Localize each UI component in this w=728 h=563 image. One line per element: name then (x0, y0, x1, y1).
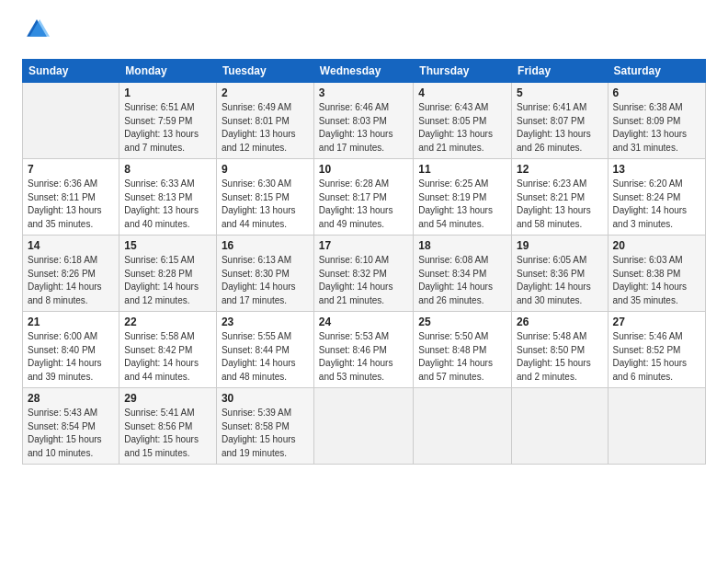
calendar-week-row: 14Sunrise: 6:18 AMSunset: 8:26 PMDayligh… (23, 236, 706, 312)
col-header-thursday: Thursday (414, 60, 512, 83)
calendar-cell: 18Sunrise: 6:08 AMSunset: 8:34 PMDayligh… (414, 236, 512, 312)
day-number: 14 (28, 239, 114, 252)
day-info: Sunrise: 6:25 AMSunset: 8:19 PMDaylight:… (418, 178, 506, 231)
calendar-cell: 17Sunrise: 6:10 AMSunset: 8:32 PMDayligh… (313, 236, 413, 312)
day-info: Sunrise: 6:00 AMSunset: 8:40 PMDaylight:… (28, 330, 114, 384)
day-info: Sunrise: 6:05 AMSunset: 8:36 PMDaylight:… (517, 254, 602, 307)
calendar-cell: 28Sunrise: 5:43 AMSunset: 8:54 PMDayligh… (23, 388, 119, 465)
day-number: 3 (319, 86, 408, 99)
sunset: Sunset: 8:54 PM (28, 421, 96, 431)
daylight: Daylight: 15 hours and 15 minutes. (124, 434, 199, 458)
calendar-cell: 21Sunrise: 6:00 AMSunset: 8:40 PMDayligh… (23, 312, 119, 388)
daylight: Daylight: 13 hours and 58 minutes. (517, 205, 591, 229)
calendar-cell: 29Sunrise: 5:41 AMSunset: 8:56 PMDayligh… (119, 388, 217, 465)
calendar-cell: 9Sunrise: 6:30 AMSunset: 8:15 PMDaylight… (216, 159, 313, 236)
sunrise: Sunrise: 6:28 AM (319, 178, 389, 189)
daylight: Daylight: 14 hours and 53 minutes. (319, 358, 393, 382)
calendar-cell: 6Sunrise: 6:38 AMSunset: 8:09 PMDaylight… (608, 83, 705, 159)
col-header-monday: Monday (119, 60, 217, 83)
day-number: 12 (517, 163, 602, 176)
calendar-cell: 4Sunrise: 6:43 AMSunset: 8:05 PMDaylight… (414, 83, 512, 159)
daylight: Daylight: 13 hours and 21 minutes. (418, 129, 493, 153)
col-header-wednesday: Wednesday (313, 60, 413, 83)
sunrise: Sunrise: 6:15 AM (124, 255, 194, 265)
day-info: Sunrise: 6:49 AMSunset: 8:01 PMDaylight:… (222, 101, 309, 155)
daylight: Daylight: 15 hours and 2 minutes. (517, 358, 591, 382)
col-header-sunday: Sunday (23, 60, 119, 83)
daylight: Daylight: 13 hours and 35 minutes. (28, 205, 102, 229)
daylight: Daylight: 14 hours and 3 minutes. (613, 205, 688, 229)
daylight: Daylight: 13 hours and 17 minutes. (319, 129, 393, 153)
day-number: 1 (124, 86, 211, 99)
daylight: Daylight: 14 hours and 8 minutes. (28, 282, 102, 305)
sunset: Sunset: 8:11 PM (28, 192, 96, 202)
daylight: Daylight: 14 hours and 12 minutes. (124, 282, 199, 305)
day-info: Sunrise: 6:46 AMSunset: 8:03 PMDaylight:… (319, 101, 408, 155)
calendar-cell (414, 388, 512, 465)
day-info: Sunrise: 5:48 AMSunset: 8:50 PMDaylight:… (517, 330, 602, 384)
day-info: Sunrise: 5:43 AMSunset: 8:54 PMDaylight:… (28, 407, 114, 460)
day-number: 26 (517, 316, 602, 328)
calendar-week-row: 1Sunrise: 6:51 AMSunset: 7:59 PMDaylight… (23, 83, 706, 159)
sunrise: Sunrise: 6:25 AM (418, 178, 488, 189)
day-number: 16 (222, 239, 309, 252)
calendar-header-row: SundayMondayTuesdayWednesdayThursdayFrid… (23, 60, 706, 83)
calendar: SundayMondayTuesdayWednesdayThursdayFrid… (22, 59, 706, 465)
sunrise: Sunrise: 5:50 AM (418, 331, 488, 341)
day-info: Sunrise: 6:36 AMSunset: 8:11 PMDaylight:… (28, 178, 114, 231)
daylight: Daylight: 14 hours and 48 minutes. (222, 358, 296, 382)
day-info: Sunrise: 6:28 AMSunset: 8:17 PMDaylight:… (319, 178, 408, 231)
day-info: Sunrise: 6:30 AMSunset: 8:15 PMDaylight:… (222, 178, 309, 231)
sunrise: Sunrise: 6:51 AM (124, 102, 194, 112)
daylight: Daylight: 14 hours and 26 minutes. (418, 282, 493, 305)
sunrise: Sunrise: 6:18 AM (28, 255, 97, 265)
daylight: Daylight: 13 hours and 12 minutes. (222, 129, 296, 153)
day-info: Sunrise: 6:10 AMSunset: 8:32 PMDaylight:… (319, 254, 408, 307)
calendar-cell (512, 388, 608, 465)
day-number: 13 (613, 163, 700, 176)
daylight: Daylight: 14 hours and 44 minutes. (124, 358, 199, 382)
sunset: Sunset: 8:40 PM (28, 345, 96, 355)
sunset: Sunset: 8:17 PM (319, 192, 387, 202)
daylight: Daylight: 14 hours and 35 minutes. (613, 282, 688, 305)
logo (22, 17, 50, 46)
day-info: Sunrise: 5:55 AMSunset: 8:44 PMDaylight:… (222, 330, 309, 384)
day-info: Sunrise: 6:51 AMSunset: 7:59 PMDaylight:… (124, 101, 211, 155)
daylight: Daylight: 14 hours and 39 minutes. (28, 358, 102, 382)
sunrise: Sunrise: 5:55 AM (222, 331, 291, 341)
daylight: Daylight: 14 hours and 17 minutes. (222, 282, 296, 305)
day-info: Sunrise: 5:53 AMSunset: 8:46 PMDaylight:… (319, 330, 408, 384)
sunset: Sunset: 8:15 PM (222, 192, 290, 202)
calendar-cell: 8Sunrise: 6:33 AMSunset: 8:13 PMDaylight… (119, 159, 217, 236)
calendar-cell: 10Sunrise: 6:28 AMSunset: 8:17 PMDayligh… (313, 159, 413, 236)
day-info: Sunrise: 6:15 AMSunset: 8:28 PMDaylight:… (124, 254, 211, 307)
sunset: Sunset: 7:59 PM (124, 116, 192, 126)
daylight: Daylight: 14 hours and 21 minutes. (319, 282, 393, 305)
day-number: 5 (517, 86, 602, 99)
sunset: Sunset: 8:09 PM (613, 116, 681, 126)
sunset: Sunset: 8:38 PM (613, 269, 681, 279)
day-number: 10 (319, 163, 408, 176)
col-header-friday: Friday (512, 60, 608, 83)
sunset: Sunset: 8:48 PM (418, 345, 486, 355)
day-info: Sunrise: 5:41 AMSunset: 8:56 PMDaylight:… (124, 407, 211, 460)
sunrise: Sunrise: 5:41 AM (124, 408, 194, 418)
sunset: Sunset: 8:42 PM (124, 345, 192, 355)
day-info: Sunrise: 6:43 AMSunset: 8:05 PMDaylight:… (418, 101, 506, 155)
daylight: Daylight: 14 hours and 57 minutes. (418, 358, 493, 382)
day-number: 28 (28, 392, 114, 405)
day-number: 30 (222, 392, 309, 405)
day-number: 2 (222, 86, 309, 99)
calendar-cell: 15Sunrise: 6:15 AMSunset: 8:28 PMDayligh… (119, 236, 217, 312)
calendar-cell: 14Sunrise: 6:18 AMSunset: 8:26 PMDayligh… (23, 236, 119, 312)
day-info: Sunrise: 6:20 AMSunset: 8:24 PMDaylight:… (613, 178, 700, 231)
sunset: Sunset: 8:36 PM (517, 269, 585, 279)
sunset: Sunset: 8:34 PM (418, 269, 486, 279)
calendar-cell: 16Sunrise: 6:13 AMSunset: 8:30 PMDayligh… (216, 236, 313, 312)
sunrise: Sunrise: 6:23 AM (517, 178, 586, 189)
col-header-tuesday: Tuesday (216, 60, 313, 83)
sunset: Sunset: 8:13 PM (124, 192, 192, 202)
calendar-cell: 3Sunrise: 6:46 AMSunset: 8:03 PMDaylight… (313, 83, 413, 159)
day-number: 17 (319, 239, 408, 252)
col-header-saturday: Saturday (608, 60, 705, 83)
